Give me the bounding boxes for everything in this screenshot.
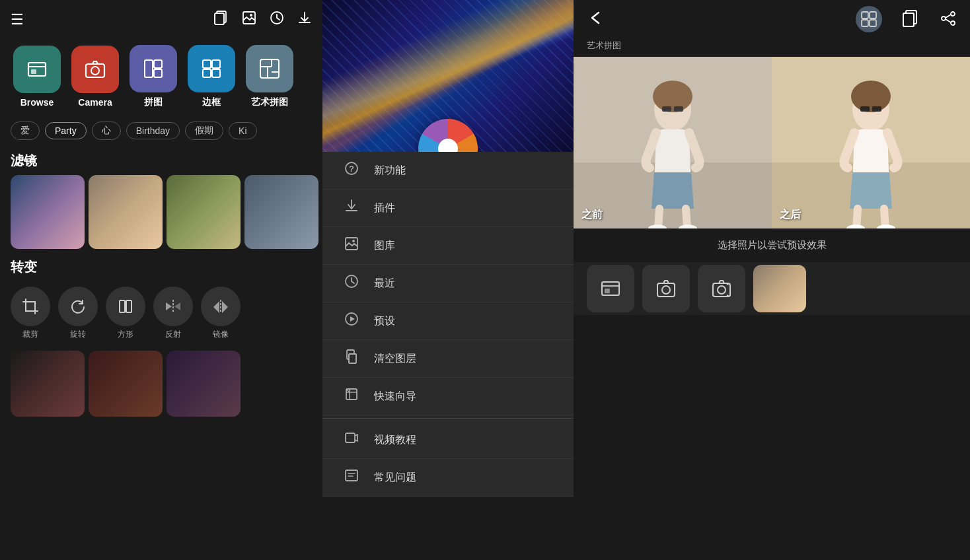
biankuang-icon	[188, 45, 235, 92]
svg-point-23	[352, 240, 355, 242]
svg-rect-6	[28, 63, 46, 76]
camera-icon	[71, 46, 119, 93]
gallery-label: 图库	[374, 239, 395, 253]
video-tutorial-icon	[342, 431, 361, 449]
left-top-bar: ☰	[0, 0, 322, 40]
tool-artpinjian[interactable]: 艺术拼图	[243, 45, 296, 108]
tag-holiday[interactable]: 假期	[185, 122, 223, 140]
before-label: 之前	[581, 208, 603, 222]
tag-birthday[interactable]: Birthday	[126, 122, 180, 139]
art-collage-row: 艺术拼图	[574, 40, 970, 57]
new-features-label: 新功能	[374, 164, 406, 178]
plugins-label: 插件	[374, 201, 395, 215]
menu-item-plugins[interactable]: 插件	[322, 190, 574, 227]
bottom-thumb-1[interactable]	[11, 351, 85, 417]
presets-icon	[342, 312, 361, 330]
plugins-icon	[342, 199, 361, 217]
bottom-thumb-2[interactable]	[89, 351, 163, 417]
pinjian-label: 拼图	[144, 96, 163, 108]
filter-thumb-3[interactable]	[167, 175, 241, 249]
tool-pinjian[interactable]: 拼图	[127, 45, 180, 108]
clear-layers-label: 清空图层	[374, 352, 416, 366]
menu-item-new-features[interactable]: ? 新功能	[322, 152, 574, 190]
faq-label: 常见问题	[374, 471, 416, 485]
svg-rect-28	[349, 354, 356, 363]
share-button[interactable]	[940, 10, 957, 30]
comparison-before: 之前	[574, 57, 772, 228]
menu-item-video-tutorial[interactable]: 视频教程	[322, 421, 574, 459]
tag-heart[interactable]: 心	[92, 122, 121, 140]
rotate-label: 旋转	[70, 329, 86, 340]
biankuang-label: 边框	[202, 96, 221, 108]
svg-point-9	[91, 67, 99, 75]
filter-thumb-4[interactable]	[244, 175, 318, 249]
bottom-camera-btn[interactable]	[642, 265, 690, 312]
browse-icon	[13, 46, 61, 93]
right-top-bar	[574, 0, 970, 40]
menu-item-faq[interactable]: 常见问题	[322, 459, 574, 497]
transform-section-title: 转变	[0, 249, 322, 281]
tag-party[interactable]: Party	[45, 122, 87, 139]
transform-reflect[interactable]: 反射	[153, 287, 193, 340]
artpinjian-icon	[246, 45, 293, 92]
crop-label: 裁剪	[22, 329, 38, 340]
svg-point-47	[653, 81, 692, 112]
gallery-menu-icon	[342, 236, 361, 255]
transform-rotate[interactable]: 旋转	[58, 287, 98, 340]
gallery-icon[interactable]	[242, 11, 256, 29]
tool-biankuang[interactable]: 边框	[185, 45, 238, 108]
reflect-icon	[153, 287, 193, 326]
svg-rect-12	[154, 69, 162, 77]
filter-thumb-1[interactable]	[11, 175, 85, 249]
rotate-icon	[58, 287, 98, 326]
duplicate-button[interactable]	[903, 10, 920, 30]
copy-window-icon[interactable]	[214, 11, 229, 29]
dropdown-menu: ? 新功能 插件 图库	[322, 152, 574, 497]
presets-label: 预设	[374, 314, 395, 328]
tool-camera[interactable]: Camera	[69, 46, 122, 108]
svg-rect-3	[243, 12, 255, 24]
art-collage-label: 艺术拼图	[587, 40, 621, 52]
filter-thumb-2[interactable]	[89, 175, 163, 249]
download-icon[interactable]	[297, 11, 312, 29]
transform-crop[interactable]: 裁剪	[11, 287, 50, 340]
transform-mirror[interactable]: 镜像	[201, 287, 241, 340]
transform-row: 裁剪 旋转 方形	[0, 281, 322, 345]
filter-section-title: 滤镜	[0, 143, 322, 175]
photo-background	[322, 0, 574, 152]
bottom-browse-btn[interactable]	[587, 265, 634, 312]
right-tools-icons	[855, 5, 883, 35]
svg-rect-15	[203, 69, 211, 77]
menu-item-recent[interactable]: 最近	[322, 265, 574, 302]
camera-label: Camera	[78, 97, 112, 108]
svg-rect-18	[120, 300, 125, 312]
menu-item-quick-guide[interactable]: 快速向导	[322, 378, 574, 415]
tag-love[interactable]: 爱	[11, 122, 40, 140]
right-panel: 艺术拼图	[574, 0, 970, 560]
back-button[interactable]	[587, 9, 605, 31]
svg-rect-14	[212, 60, 220, 68]
pinjian-icon	[130, 45, 177, 92]
tool-browse[interactable]: Browse	[11, 46, 63, 108]
svg-rect-17	[260, 59, 279, 78]
menu-divider	[322, 418, 574, 419]
tag-row: 爱 Party 心 Birthday 假期 Ki	[0, 119, 322, 143]
hamburger-icon[interactable]: ☰	[11, 11, 24, 28]
menu-item-clear-layers[interactable]: 清空图层	[322, 340, 574, 378]
art-collage-icon-top[interactable]	[855, 5, 883, 35]
svg-marker-26	[350, 316, 355, 322]
transform-square[interactable]: 方形	[106, 287, 145, 340]
history-icon[interactable]	[270, 11, 284, 29]
tag-ki[interactable]: Ki	[229, 122, 256, 139]
bottom-thumbnail[interactable]	[753, 265, 806, 312]
tool-buttons-row: Browse Camera 拼图	[0, 40, 322, 119]
svg-point-42	[942, 17, 946, 20]
menu-item-gallery[interactable]: 图库	[322, 227, 574, 265]
menu-item-presets[interactable]: 预设	[322, 302, 574, 340]
faq-icon	[342, 468, 361, 487]
bottom-thumb-3[interactable]	[167, 351, 241, 417]
bottom-settings-btn[interactable]	[698, 265, 745, 312]
svg-rect-32	[346, 470, 357, 481]
svg-rect-62	[602, 282, 619, 295]
recent-icon	[342, 274, 361, 293]
